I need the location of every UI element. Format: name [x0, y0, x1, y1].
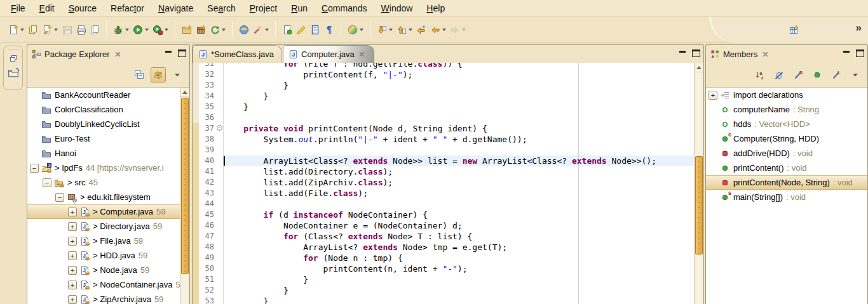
- toolbar-run-button[interactable]: [131, 22, 151, 38]
- code-text[interactable]: ArrayList<? extends Node> tmp = e.get(T)…: [224, 242, 694, 253]
- code-line[interactable]: 34}: [193, 91, 694, 102]
- member-item[interactable]: smain(String[]): void: [706, 190, 867, 204]
- line-number[interactable]: 39: [199, 145, 217, 155]
- scrollbar-thumb[interactable]: [181, 98, 189, 274]
- dropdown-chevron-icon[interactable]: [222, 29, 226, 31]
- dropdown-chevron-icon[interactable]: [265, 29, 269, 31]
- code-line[interactable]: 52}: [193, 285, 694, 296]
- toolbar-new-package-wizard-button[interactable]: [40, 22, 60, 38]
- fold-ruler[interactable]: [217, 263, 224, 274]
- package-explorer-maximize-button[interactable]: [178, 50, 186, 57]
- tree-expander-icon[interactable]: +: [68, 281, 77, 289]
- tree-item[interactable]: ColorClassification: [27, 102, 180, 117]
- tree-expander-icon[interactable]: −: [30, 164, 39, 173]
- annotation-ruler[interactable]: [193, 112, 199, 123]
- code-text[interactable]: }: [224, 91, 694, 102]
- tree-item[interactable]: +J> NodeContainer.java59: [27, 277, 180, 292]
- tree-item[interactable]: +J> File.java59: [27, 234, 180, 248]
- line-number[interactable]: 35: [199, 102, 217, 112]
- code-line[interactable]: 40ArrayList<Class<? extends Node>> list …: [193, 155, 694, 166]
- menu-source[interactable]: Source: [62, 2, 104, 15]
- menu-navigate[interactable]: Navigate: [151, 2, 200, 15]
- line-number[interactable]: 46: [199, 220, 217, 231]
- annotation-ruler[interactable]: [193, 274, 199, 285]
- code-line[interactable]: 42list.add(ZipArchiv.class);: [193, 177, 694, 188]
- dropdown-chevron-icon[interactable]: [409, 29, 412, 31]
- code-line[interactable]: 39: [193, 145, 694, 155]
- fold-ruler[interactable]: −: [217, 123, 224, 134]
- fold-ruler[interactable]: [217, 253, 224, 263]
- annotation-ruler[interactable]: [193, 231, 199, 242]
- menu-project[interactable]: Project: [243, 2, 285, 15]
- toolbar-mark-occurrences-button[interactable]: [280, 22, 294, 38]
- member-item[interactable]: addDrive(HDD): void: [706, 146, 867, 161]
- code-line[interactable]: 33}: [193, 80, 694, 91]
- fold-ruler[interactable]: [217, 209, 224, 220]
- line-number[interactable]: 49: [199, 253, 217, 263]
- fold-ruler[interactable]: [217, 102, 224, 112]
- members-minimize-button[interactable]: [843, 50, 851, 57]
- members-view-menu-button[interactable]: [848, 67, 863, 83]
- tree-item[interactable]: Euro-Test: [27, 131, 180, 146]
- annotation-ruler[interactable]: [193, 91, 199, 102]
- annotation-ruler[interactable]: [193, 69, 199, 80]
- menu-refactor[interactable]: Refactor: [104, 2, 151, 15]
- code-line[interactable]: 48ArrayList<? extends Node> tmp = e.get(…: [193, 242, 694, 253]
- code-area[interactable]: 31for (File f : hdd.get(File.class)) {32…: [193, 63, 694, 304]
- code-text[interactable]: private void printContent(Node d, String…: [224, 123, 694, 134]
- annotation-ruler[interactable]: [193, 263, 199, 274]
- annotation-ruler[interactable]: [193, 220, 199, 231]
- code-text[interactable]: printContent(f, "|-");: [224, 69, 694, 80]
- code-text[interactable]: if (d instanceof NodeContainer) {: [224, 209, 694, 220]
- fold-ruler[interactable]: [217, 112, 224, 123]
- fold-ruler[interactable]: [217, 231, 224, 242]
- code-line[interactable]: 50printContent(n, ident + "-");: [193, 263, 694, 274]
- toolbar-show-source-button[interactable]: [308, 22, 322, 38]
- dropdown-chevron-icon[interactable]: [20, 29, 24, 31]
- restore-pane-icon[interactable]: [7, 52, 20, 65]
- scroll-up-arrow[interactable]: [180, 88, 189, 97]
- dropdown-chevron-icon[interactable]: [54, 29, 58, 31]
- tree-expander-icon[interactable]: +: [68, 251, 77, 260]
- editor-body[interactable]: 31for (File f : hdd.get(File.class)) {32…: [193, 63, 703, 304]
- tree-item[interactable]: +J> Computer.java59: [27, 204, 180, 219]
- member-item[interactable]: computerName: String: [706, 102, 867, 117]
- line-number[interactable]: 45: [199, 209, 217, 220]
- editor-tab--someclass-java[interactable]: J*SomeClass.java: [193, 45, 282, 63]
- member-item[interactable]: printContent(Node, String): void: [706, 175, 867, 190]
- tree-item[interactable]: +J> Node.java59: [27, 263, 180, 277]
- member-item[interactable]: cComputer(String, HDD): [706, 131, 867, 146]
- line-number[interactable]: 33: [199, 80, 217, 91]
- annotation-ruler[interactable]: [193, 63, 199, 69]
- code-text[interactable]: }: [224, 296, 694, 304]
- tree-item[interactable]: −J> IpdFs44 [https://svnserver.i: [27, 161, 180, 175]
- tree-item[interactable]: +J> ZipArchiv.java59: [27, 292, 180, 304]
- tree-item[interactable]: −> src45: [27, 175, 180, 190]
- line-number[interactable]: 37: [199, 123, 217, 134]
- fold-ruler[interactable]: [217, 199, 224, 209]
- code-text[interactable]: System.out.println("|-" + ident + " " + …: [224, 134, 694, 145]
- code-text[interactable]: [224, 199, 694, 209]
- toolbar-prev-annotation-button[interactable]: [395, 22, 414, 38]
- line-number[interactable]: 36: [199, 112, 217, 123]
- code-line[interactable]: 44: [193, 199, 694, 209]
- line-number[interactable]: 44: [199, 199, 217, 209]
- dropdown-chevron-icon[interactable]: [389, 29, 393, 31]
- members-hide-static-button[interactable]: S: [790, 67, 806, 83]
- code-line[interactable]: 47for (Class<? extends Node> T : list) {: [193, 231, 694, 242]
- menu-search[interactable]: Search: [200, 2, 242, 15]
- code-text[interactable]: }: [224, 80, 694, 91]
- annotation-ruler[interactable]: [193, 209, 199, 220]
- line-number[interactable]: 51: [199, 274, 217, 285]
- annotation-ruler[interactable]: [193, 296, 199, 304]
- tree-item[interactable]: DoublyLinkedCyclicList: [27, 117, 180, 131]
- code-line[interactable]: 53}: [193, 296, 694, 304]
- code-line[interactable]: 45if (d instanceof NodeContainer) {: [193, 209, 694, 220]
- code-line[interactable]: 46NodeContainer e = (NodeContainer) d;: [193, 220, 694, 231]
- dropdown-chevron-icon[interactable]: [145, 29, 149, 31]
- members-maximize-button[interactable]: [856, 50, 864, 57]
- package-explorer-scrollbar[interactable]: [180, 88, 189, 304]
- toolbar-copy-button[interactable]: [88, 22, 102, 38]
- toolbar-new-class-button[interactable]: [26, 22, 40, 38]
- line-number[interactable]: 47: [199, 231, 217, 242]
